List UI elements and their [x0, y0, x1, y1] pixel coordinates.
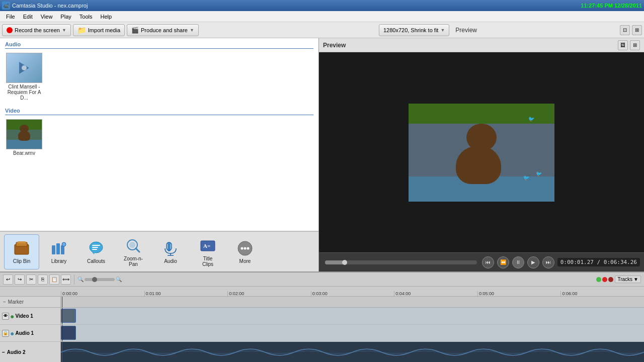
- import-media-button[interactable]: 📁 Import media: [73, 24, 125, 36]
- ruler-mark-5: 0:05:00: [477, 291, 561, 296]
- audio2-track-content: [61, 342, 644, 362]
- menu-view[interactable]: View: [37, 13, 57, 21]
- video1-track-row: 👁 ● Video 1: [0, 308, 644, 325]
- red-indicator: [602, 277, 607, 282]
- produce-share-button[interactable]: 🎬 Produce and share ▼: [127, 24, 199, 36]
- svg-rect-12: [92, 247, 98, 248]
- timeline-tracks: − Marker 👁 ● Video 1: [0, 297, 644, 362]
- marker-track-header: − Marker: [0, 297, 61, 307]
- window-title: Camtasia Studio - nex.camproj: [12, 3, 581, 9]
- split-button[interactable]: ⟺: [61, 275, 71, 285]
- undo-button[interactable]: ↩: [3, 275, 13, 285]
- upper-area: Audio Clint Mansell -Requiem For A D...: [0, 38, 644, 272]
- menu-help[interactable]: Help: [96, 13, 116, 21]
- cut-button[interactable]: ✂: [26, 275, 36, 285]
- copy-button[interactable]: ⎘: [38, 275, 48, 285]
- zoom-track[interactable]: [85, 278, 115, 281]
- svg-point-1: [22, 65, 27, 70]
- playhead-line-a2: [62, 342, 62, 362]
- menu-play[interactable]: Play: [56, 13, 75, 21]
- zoom-out-icon[interactable]: 🔍: [77, 277, 84, 282]
- preview-fullscreen-btn[interactable]: ⊞: [632, 25, 642, 35]
- preview-size-selector[interactable]: 1280x720, Shrink to fit ▼: [379, 24, 449, 36]
- preview-size-dropdown-icon[interactable]: ▼: [440, 28, 445, 33]
- skip-to-start-button[interactable]: ⏮: [482, 256, 494, 268]
- media-bin: Audio Clint Mansell -Requiem For A D...: [0, 38, 318, 231]
- playhead-line-a1: [62, 325, 62, 341]
- list-item[interactable]: Bear.wmv: [4, 119, 44, 156]
- clip-thumbnail: [61, 309, 75, 322]
- audio1-bullet: ●: [10, 329, 14, 337]
- progress-bar[interactable]: [325, 260, 477, 264]
- zoom-in-icon[interactable]: 🔍: [116, 277, 122, 282]
- preview-img-btn[interactable]: 🖼: [618, 40, 628, 50]
- svg-point-24: [241, 247, 244, 250]
- tab-library[interactable]: Library: [41, 234, 76, 269]
- callouts-icon: [87, 239, 105, 257]
- produce-label: Produce and share: [141, 27, 188, 33]
- list-item[interactable]: Clint Mansell -Requiem For A D...: [4, 53, 44, 101]
- video-item-label: Bear.wmv: [13, 150, 35, 156]
- tab-more[interactable]: More: [227, 234, 263, 269]
- preview-size-label: 1280x720, Shrink to fit: [383, 27, 438, 33]
- ruler-mark-2: 0:02:00: [227, 291, 311, 296]
- paste-button[interactable]: 📋: [49, 275, 59, 285]
- rewind-button[interactable]: ⏪: [497, 256, 509, 268]
- ruler-mark-0: 0:00:00: [61, 291, 144, 296]
- step-forward-button[interactable]: ▶: [527, 256, 539, 268]
- menu-edit[interactable]: Edit: [19, 13, 37, 21]
- record-screen-button[interactable]: Record the screen ▼: [2, 24, 71, 36]
- clip-bin-icon: [13, 239, 31, 257]
- svg-point-8: [62, 242, 66, 246]
- title-clips-label: TitleClips: [202, 256, 213, 267]
- ruler-mark-1: 0:01:00: [144, 291, 228, 296]
- import-icon: 📁: [77, 26, 86, 34]
- audio-section-label: Audio: [0, 38, 318, 48]
- record-dropdown-icon[interactable]: ▼: [62, 28, 66, 33]
- produce-icon: 🎬: [131, 27, 139, 34]
- audio-thumbnail: [6, 53, 42, 83]
- library-icon: [50, 239, 68, 257]
- tab-audio[interactable]: Audio: [153, 234, 188, 269]
- main-area: Audio Clint Mansell -Requiem For A D...: [0, 38, 644, 362]
- svg-rect-5: [52, 245, 55, 254]
- collapse-marker-icon[interactable]: −: [3, 299, 6, 305]
- preview-label: Preview: [455, 27, 477, 34]
- video1-clip[interactable]: [61, 309, 76, 323]
- import-label: Import media: [88, 27, 120, 33]
- tab-zoom-n-pan[interactable]: Zoom-n-Pan: [116, 234, 151, 269]
- audio2-track-header: − Audio 2: [0, 342, 61, 362]
- video-preview: 🐦 🐦 🐦: [409, 104, 554, 202]
- more-label: More: [239, 258, 251, 264]
- audio1-clip[interactable]: [61, 326, 76, 340]
- audio1-label: Audio 1: [15, 330, 34, 336]
- menu-tools[interactable]: Tools: [75, 13, 97, 21]
- app-icon: 📹: [2, 2, 10, 10]
- preview-resize-btn[interactable]: ⊡: [620, 25, 630, 35]
- title-clips-icon: A=: [199, 237, 217, 255]
- svg-text:A=: A=: [203, 243, 210, 249]
- ruler-marks: 0:00:00 0:01:00 0:02:00 0:03:00 0:04:00 …: [61, 291, 644, 296]
- skip-to-end-button[interactable]: ⏭: [542, 256, 554, 268]
- tab-callouts[interactable]: Callouts: [78, 234, 114, 269]
- video1-eye-button[interactable]: 👁: [2, 313, 9, 320]
- redo-button[interactable]: ↪: [15, 275, 25, 285]
- preview-expand-btn[interactable]: ⊞: [630, 40, 640, 50]
- collapse-audio2-icon[interactable]: −: [2, 349, 5, 355]
- pause-button[interactable]: ⏸: [512, 256, 524, 268]
- audio2-label: Audio 2: [7, 349, 26, 355]
- produce-dropdown-icon[interactable]: ▼: [190, 28, 194, 33]
- right-panel: Preview 🖼 ⊞ 🐦 🐦: [319, 38, 644, 272]
- zoom-control[interactable]: 🔍 🔍: [77, 277, 122, 282]
- tracks-dropdown[interactable]: Tracks ▼: [615, 276, 641, 283]
- seagull-2: 🐦: [536, 171, 542, 176]
- audio1-lock-button[interactable]: 🔒: [2, 330, 9, 337]
- audio1-track-row: 🔒 ● Audio 1: [0, 325, 644, 342]
- menu-file[interactable]: File: [2, 13, 19, 21]
- main-toolbar: Record the screen ▼ 📁 Import media 🎬 Pro…: [0, 22, 644, 38]
- system-clock: 11:27:45 PM 12/28/2011: [581, 3, 642, 9]
- tab-clip-bin[interactable]: Clip Bin: [4, 234, 39, 269]
- tab-title-clips[interactable]: A= TitleClips: [190, 234, 225, 269]
- zoom-n-pan-icon: [124, 237, 142, 255]
- callouts-label: Callouts: [87, 258, 105, 264]
